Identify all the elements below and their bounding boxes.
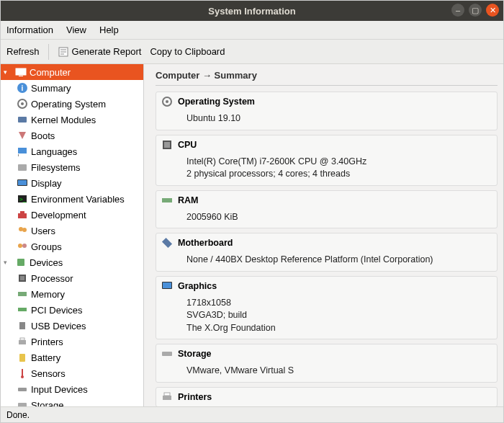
menubar: Information View Help [1,21,503,40]
svg-point-31 [21,375,24,378]
maximize-button[interactable]: ▢ [469,4,482,17]
close-button[interactable]: ✕ [486,4,499,17]
copy-to-clipboard-button[interactable]: Copy to Clipboard [150,46,225,57]
tree-environment-variables[interactable]: >_Environment Variables [1,191,143,207]
tree-users[interactable]: Users [1,223,143,239]
tree-km-label: Kernel Modules [31,115,96,125]
storage-icon [161,347,174,360]
tree-kernel-modules[interactable]: Kernel Modules [1,112,143,128]
svg-rect-8 [18,148,27,153]
tree-display[interactable]: Display [1,175,143,191]
module-icon [17,114,28,125]
tree-battery[interactable]: Battery [1,349,143,365]
section-motherboard: Motherboard None / 440BX Desktop Referen… [156,233,498,272]
usb-icon [17,320,28,331]
info-icon: i [17,82,28,94]
tree-mem-label: Memory [31,289,65,300]
cpu-icon [17,272,28,284]
ram-value: 2005960 KiB [186,212,238,222]
menu-help[interactable]: Help [99,25,119,35]
tree-computer[interactable]: ▾ Computer [1,64,143,80]
cpu-label: CPU [178,140,197,150]
tree-boots-label: Boots [31,130,55,141]
tree-printers-label: Printers [31,337,63,347]
tree-usb-devices[interactable]: USB Devices [1,318,143,334]
svg-point-35 [166,100,168,103]
boot-icon [17,130,28,141]
menu-information[interactable]: Information [6,25,53,35]
tree-languages[interactable]: Languages [1,143,143,159]
section-graphics: Graphics 1718x1058SVGA3D; buildThe X.Org… [156,276,498,340]
tree-pci-label: PCI Devices [31,305,83,316]
svg-rect-16 [20,211,24,213]
tree-processor[interactable]: Processor [1,270,143,286]
svg-rect-9 [18,154,19,156]
window-controls: – ▢ ✕ [451,4,499,17]
svg-text:i: i [22,84,24,92]
report-icon [58,46,69,58]
section-ram: RAM 2005960 KiB [156,190,498,229]
keyboard-icon [17,383,28,395]
tree-users-label: Users [31,226,55,236]
tree-devices[interactable]: ▾ Devices [1,254,143,270]
tree-printers[interactable]: Printers [1,334,143,349]
gfx-line1: 1718x1058 [186,297,492,310]
svg-point-18 [22,228,27,232]
toolbox-icon [17,209,28,221]
display-icon [161,280,174,293]
section-storage: Storage VMware, VMware Virtual S [156,344,498,383]
tree-input-devices[interactable]: Input Devices [1,381,143,397]
svg-rect-24 [18,292,27,296]
titlebar: System Information – ▢ ✕ [1,1,503,21]
svg-rect-42 [162,352,172,356]
motherboard-icon [161,236,174,249]
svg-rect-26 [19,322,25,329]
folder-icon [17,161,28,173]
svg-rect-37 [164,142,170,148]
pci-icon [17,304,28,316]
gfx-label: Graphics [178,281,217,291]
sensor-icon [17,368,28,379]
expand-icon: ▾ [4,68,12,76]
svg-rect-15 [18,213,27,218]
tree-pci-devices[interactable]: PCI Devices [1,302,143,318]
svg-rect-32 [18,388,27,391]
minimize-button[interactable]: – [451,4,464,17]
svg-rect-21 [17,259,24,266]
tree-development[interactable]: Development [1,207,143,223]
generate-report-button[interactable]: Generate Report [58,46,142,58]
tree-memory[interactable]: Memory [1,286,143,302]
gfx-line2: SVGA3D; build [186,309,492,322]
storage-value: VMware, VMware Virtual S [186,365,294,375]
refresh-label: Refresh [6,46,40,57]
cpu-icon [161,138,174,151]
printers-label: Printers [178,392,212,402]
tree-storage[interactable]: Storage [1,397,143,406]
svg-rect-38 [162,198,172,202]
tree-summary-label: Summary [31,83,71,94]
statusbar: Done. [1,406,503,422]
svg-rect-43 [163,396,171,400]
copy-to-clipboard-label: Copy to Clipboard [150,46,225,57]
tree-groups[interactable]: Groups [1,239,143,254]
menu-view[interactable]: View [66,25,86,35]
tree-boots[interactable]: Boots [1,128,143,143]
tree-os-label: Operating System [31,99,106,110]
refresh-button[interactable]: Refresh [6,46,40,57]
printer-icon [17,336,28,347]
svg-text:>_: >_ [19,196,27,202]
tree-operating-system[interactable]: Operating System [1,96,143,112]
tree-proc-label: Processor [31,273,73,284]
svg-rect-1 [16,68,26,75]
tree-summary[interactable]: iSummary [1,80,143,96]
gear-icon [161,95,174,108]
tree-filesystems[interactable]: Filesystems [1,159,143,175]
window-title: System Information [1,6,503,17]
users-icon [17,225,28,236]
tree-input-label: Input Devices [31,384,88,395]
tree-sensors[interactable]: Sensors [1,365,143,381]
window: System Information – ▢ ✕ Information Vie… [0,0,504,423]
sidebar-tree[interactable]: ▾ Computer iSummary Operating System Ker… [1,64,144,406]
ram-label: RAM [178,195,198,205]
section-cpu: CPU Intel(R) Core(TM) i7-2600K CPU @ 3.4… [156,135,498,186]
